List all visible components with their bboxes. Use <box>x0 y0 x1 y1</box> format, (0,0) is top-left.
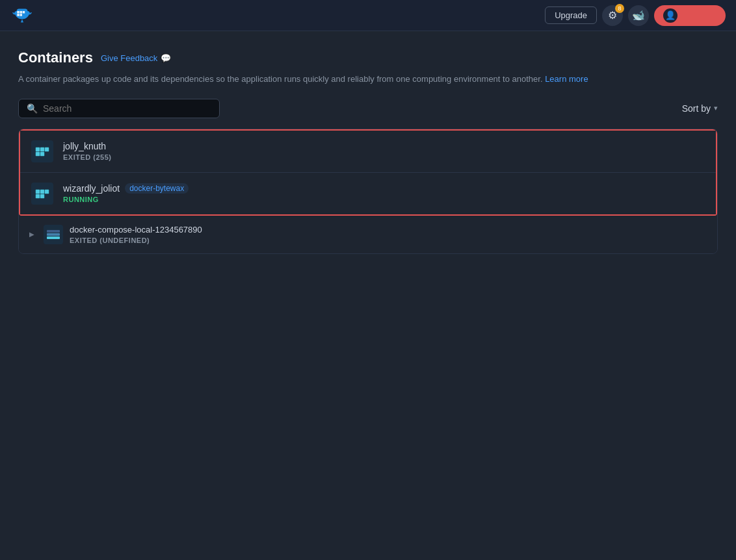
svg-rect-6 <box>36 147 40 151</box>
container-icon-2 <box>31 182 54 205</box>
feedback-label: Give Feedback <box>101 53 157 63</box>
compose-group-item[interactable]: ▶ docker-compose-local-1234567890 EXITED… <box>19 216 717 253</box>
settings-button[interactable]: ⚙ 8 <box>602 5 623 26</box>
compose-name: docker-compose-local-1234567890 <box>70 225 707 235</box>
topnav-right: Upgrade ⚙ 8 🐋 👤 <box>545 5 726 26</box>
learn-more-link[interactable]: Learn more <box>545 74 588 84</box>
svg-rect-20 <box>47 236 60 239</box>
svg-rect-4 <box>20 14 23 16</box>
docker-box-icon-2 <box>31 183 53 205</box>
description-text: A container packages up code and its dep… <box>18 73 718 86</box>
svg-rect-7 <box>40 147 44 151</box>
svg-rect-9 <box>36 152 40 156</box>
container-name-1: jolly_knuth <box>63 141 705 151</box>
container-tag-2: docker-bytewax <box>125 183 189 194</box>
chevron-down-icon: ▾ <box>714 104 718 112</box>
svg-rect-0 <box>17 11 20 14</box>
container-status-1: EXITED (255) <box>63 153 705 161</box>
expand-arrow-icon: ▶ <box>29 231 34 238</box>
upgrade-button[interactable]: Upgrade <box>545 6 597 24</box>
svg-rect-14 <box>45 190 49 194</box>
svg-rect-16 <box>40 194 44 198</box>
container-list: jolly_knuth EXITED (255) <box>18 129 718 254</box>
feedback-link[interactable]: Give Feedback 💬 <box>101 53 171 63</box>
svg-rect-8 <box>45 147 49 151</box>
topnav: Upgrade ⚙ 8 🐋 👤 <box>0 0 736 31</box>
container-item[interactable]: jolly_knuth EXITED (255) <box>20 131 716 173</box>
svg-rect-2 <box>23 11 25 14</box>
svg-rect-10 <box>40 152 44 156</box>
settings-badge: 8 <box>615 4 624 13</box>
sort-by-label: Sort by <box>682 103 711 114</box>
selected-container-group: jolly_knuth EXITED (255) <box>19 129 717 216</box>
svg-rect-19 <box>47 233 60 236</box>
whale-icon-button[interactable]: 🐋 <box>628 5 649 26</box>
svg-rect-15 <box>36 194 40 198</box>
compose-status: EXITED (UNDEFINED) <box>70 236 707 244</box>
search-input[interactable] <box>43 103 211 114</box>
docker-box-icon <box>31 140 53 162</box>
user-avatar-icon: 👤 <box>663 8 677 23</box>
svg-rect-18 <box>47 230 60 233</box>
svg-rect-3 <box>17 14 20 16</box>
whale-icon: 🐋 <box>632 9 645 21</box>
logo <box>10 6 34 25</box>
docker-logo-icon <box>10 6 34 25</box>
compose-icon <box>44 225 63 244</box>
user-button[interactable]: 👤 <box>654 5 726 26</box>
compose-info: docker-compose-local-1234567890 EXITED (… <box>70 225 707 244</box>
svg-rect-13 <box>40 190 44 194</box>
container-status-2: RUNNING <box>63 196 705 203</box>
search-icon: 🔍 <box>27 103 38 114</box>
main-content: Containers Give Feedback 💬 A container p… <box>0 31 736 254</box>
feedback-icon: 💬 <box>161 53 171 63</box>
toolbar: 🔍 Sort by ▾ <box>18 99 718 118</box>
container-icon-1 <box>31 140 54 163</box>
container-info-2: wizardly_joliot docker-bytewax RUNNING <box>63 183 705 203</box>
compose-layers-icon <box>44 225 63 244</box>
svg-rect-1 <box>20 11 23 14</box>
container-info-1: jolly_knuth EXITED (255) <box>63 141 705 161</box>
container-name-2: wizardly_joliot docker-bytewax <box>63 183 705 194</box>
page-header: Containers Give Feedback 💬 <box>18 49 718 66</box>
sort-by-button[interactable]: Sort by ▾ <box>682 103 718 114</box>
page-title: Containers <box>18 49 93 66</box>
search-box[interactable]: 🔍 <box>18 99 220 118</box>
svg-rect-12 <box>36 190 40 194</box>
container-item-2[interactable]: wizardly_joliot docker-bytewax RUNNING <box>20 173 716 214</box>
